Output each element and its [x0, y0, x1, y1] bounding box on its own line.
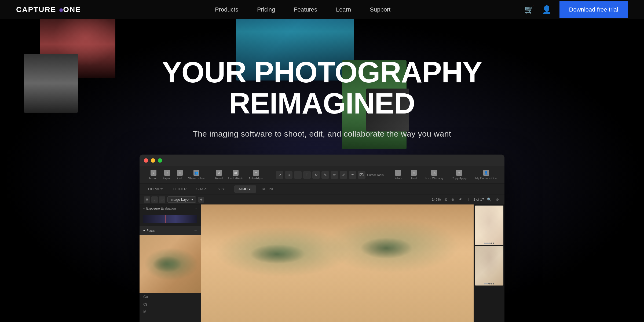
nav-pricing[interactable]: Pricing	[257, 6, 275, 13]
cull-button[interactable]: ⊞ Cull	[175, 169, 185, 181]
exp-warning-label: Exp. Warning	[425, 177, 443, 180]
chevron-down-icon: ▾	[191, 197, 193, 202]
app-tabbar: LIBRARY TETHER SHAPE STYLE ADJUST REFINE	[140, 184, 504, 195]
cursor-tool-1[interactable]: ↗	[276, 171, 283, 179]
add-layer-button[interactable]: +	[198, 197, 204, 203]
nav-right: 🛒 👤 Download free trial	[525, 1, 628, 18]
focus-title: Focus	[147, 229, 155, 233]
window-minimize-btn[interactable]	[151, 158, 155, 163]
panel-item-m[interactable]: M	[140, 308, 201, 316]
app-titlebar	[140, 155, 504, 166]
zoom-level-display: 146%	[432, 197, 441, 202]
layer-name: Image Layer	[170, 197, 190, 202]
panel-item-m-label: M	[143, 310, 147, 314]
layer-icons: ⊞ ≡ ▭	[144, 196, 165, 203]
grid-button[interactable]: ⊞ Grid	[409, 169, 419, 181]
nav-support[interactable]: Support	[370, 6, 390, 13]
export-button[interactable]: ↑ Export	[161, 169, 174, 181]
cursor-tool-2[interactable]: ⊕	[285, 171, 292, 179]
tab-library[interactable]: LIBRARY	[144, 185, 167, 193]
auto-adjust-button[interactable]: ✦ Auto Adjust	[246, 169, 266, 181]
filmstrip-icon[interactable]: ▭	[159, 196, 165, 203]
eye-icon[interactable]: 👁	[458, 197, 464, 203]
tab-tether[interactable]: TETHER	[168, 185, 191, 193]
tab-style[interactable]: STYLE	[213, 185, 233, 193]
rating-dot-10	[493, 283, 494, 284]
exp-warning-button[interactable]: ⚠ Exp. Warning	[423, 169, 445, 181]
nav-learn[interactable]: Learn	[336, 6, 351, 13]
cursor-tool-5[interactable]: ↻	[312, 171, 320, 179]
panel-item-ci-label: Ci	[143, 302, 147, 306]
canvas-overlay	[201, 204, 474, 322]
toolbar-import-group: ↓ Import ↑ Export ⊞ Cull 👥 Share online	[145, 169, 209, 181]
focus-panel: ▾ Focus ···	[140, 226, 201, 293]
rotate-icon[interactable]: ⊙	[494, 197, 500, 203]
reset-button[interactable]: ↺ Reset	[213, 169, 225, 181]
left-panel: ▾ Exposure Evaluation ··· ▾ Focus	[140, 204, 201, 322]
zoom-fit-icon[interactable]: ⊠	[443, 197, 449, 203]
hero-text-container: YOUR PHOTOGRAPHY REIMAGINED The imaging …	[0, 19, 644, 138]
undo-redo-button[interactable]: ⇄ Undo/Redo	[226, 169, 246, 181]
tab-shape[interactable]: SHAPE	[192, 185, 212, 193]
thumbnail-2[interactable]	[475, 246, 503, 286]
exposure-title-group: ▾ Exposure Evaluation	[143, 207, 176, 210]
import-icon: ↓	[151, 170, 156, 176]
panel-item-ca[interactable]: Ca	[140, 293, 201, 301]
app-mockup: ↓ Import ↑ Export ⊞ Cull 👥 Share online	[140, 155, 504, 322]
zoom-in-icon[interactable]: ⊕	[450, 197, 456, 203]
zoom-info: 146% ⊠ ⊕ 👁 ⏸ 1 of 17 🔍 ⊙	[432, 197, 500, 203]
tab-adjust[interactable]: ADJUST	[234, 185, 257, 193]
cursor-tool-4[interactable]: ⊞	[303, 171, 311, 179]
hero-subtitle: The imaging software to shoot, edit, and…	[0, 129, 644, 138]
layer-selector[interactable]: Image Layer ▾	[167, 196, 196, 203]
focus-preview-image	[140, 235, 201, 293]
cursor-tool-9[interactable]: ✒	[349, 171, 356, 179]
toolbar-adjust-group: ↺ Reset ⇄ Undo/Redo ✦ Auto Adjust	[211, 169, 268, 181]
cursor-tools-group: ↗ ⊕ □ ⊞ ↻ ✎ ✏ ✐ ✒ ⌦ Cursor Tools	[270, 171, 390, 179]
panel-item-ci[interactable]: Ci	[140, 301, 201, 308]
nav-features[interactable]: Features	[294, 6, 317, 13]
focus-arrow-icon: ▾	[143, 229, 145, 233]
view-controls: 👁 ⏸	[458, 197, 471, 203]
cursor-tool-6[interactable]: ✎	[321, 171, 329, 179]
app-content: ▾ Exposure Evaluation ··· ▾ Focus	[140, 204, 504, 322]
cursor-tool-7[interactable]: ✏	[331, 171, 338, 179]
canvas-main-image	[201, 204, 474, 322]
pause-icon[interactable]: ⏸	[465, 197, 471, 203]
import-button[interactable]: ↓ Import	[147, 169, 160, 181]
window-close-btn[interactable]	[144, 158, 148, 163]
grid-view-icon[interactable]: ⊞	[144, 196, 150, 203]
cursor-tool-10[interactable]: ⌦	[358, 171, 365, 179]
nav-products[interactable]: Products	[215, 6, 238, 13]
thumbnail-1[interactable]	[475, 206, 503, 245]
rating-dot-5	[493, 243, 494, 244]
focus-menu-icon[interactable]: ···	[194, 228, 197, 233]
window-maximize-btn[interactable]	[158, 158, 162, 163]
exposure-header[interactable]: ▾ Exposure Evaluation ···	[140, 204, 201, 213]
share-online-button[interactable]: 👥 Share online	[186, 169, 207, 181]
copy-apply-button[interactable]: ⇒ Copy/Apply	[449, 169, 469, 181]
exposure-graph	[140, 213, 201, 226]
exposure-menu-icon[interactable]: ···	[195, 207, 197, 210]
my-capture-one-button[interactable]: 👤 My Capture One	[473, 169, 499, 181]
account-icon[interactable]: 👤	[542, 5, 551, 14]
logo[interactable]: CAPTURE ONE	[16, 5, 81, 14]
cursor-tool-3[interactable]: □	[294, 171, 302, 179]
download-cta-button[interactable]: Download free trial	[559, 1, 628, 18]
rating-dot-6	[484, 283, 486, 284]
cart-icon[interactable]: 🛒	[525, 5, 534, 14]
rating-dot-1	[484, 243, 486, 244]
before-label: Before	[394, 177, 402, 180]
search-small-icon[interactable]: 🔍	[486, 197, 492, 203]
export-label: Export	[163, 177, 171, 180]
cursor-tool-8[interactable]: ✐	[340, 171, 347, 179]
reset-icon: ↺	[216, 170, 222, 176]
undo-redo-icon: ⇄	[233, 170, 239, 176]
tab-refine[interactable]: REFINE	[257, 185, 279, 193]
cursor-tools-label: Cursor Tools	[367, 173, 384, 177]
before-button[interactable]: ⊡ Before	[391, 169, 404, 181]
reset-label: Reset	[215, 177, 223, 180]
exposure-graph-bar	[143, 215, 197, 223]
list-view-icon[interactable]: ≡	[151, 196, 158, 203]
exposure-title: Exposure Evaluation	[146, 207, 176, 210]
